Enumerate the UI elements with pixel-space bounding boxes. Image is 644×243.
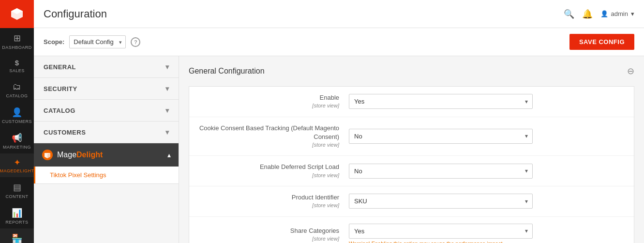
panel-section-security-header[interactable]: SECURITY ▾ [34, 78, 179, 99]
sidebar-item-reports[interactable]: 📊 Reports [0, 203, 34, 228]
form-control-product-identifier: SKU ID Name [349, 194, 624, 209]
magedelight-icon: ✦ [14, 158, 20, 167]
share-cat-select-wrapper: Yes No [349, 224, 533, 239]
sidebar-item-label: Content [6, 194, 29, 199]
right-panel: General Configuration ⊖ Enable [store vi… [179, 56, 644, 243]
sidebar-item-label: Sales [9, 68, 25, 73]
share-categories-select[interactable]: Yes No [349, 224, 533, 239]
section-collapse-icon[interactable]: ⊖ [627, 66, 634, 76]
panel-section-general: GENERAL ▾ [34, 56, 179, 78]
sidebar-item-catalog[interactable]: 🗂 Catalog [0, 77, 34, 102]
catalog-icon: 🗂 [13, 82, 21, 92]
magedelight-delight-text: Delight [76, 151, 103, 159]
search-icon[interactable]: 🔍 [564, 9, 574, 19]
main-content: Configuration 🔍 🔔 👤 admin ▾ Scope: Defau… [34, 0, 644, 243]
chevron-down-icon: ▾ [165, 85, 169, 92]
enable-select-wrapper: Yes No [349, 94, 533, 109]
scope-bar: Scope: Default Config ? Save Config [34, 28, 644, 56]
magedelight-brand-icon [42, 149, 53, 161]
config-form: Enable [store view] Yes No [189, 86, 634, 243]
sidebar-item-dashboard[interactable]: ⊞ Dashboard [0, 28, 34, 54]
enable-select[interactable]: Yes No [349, 94, 533, 109]
sidebar-item-label: Marketing [3, 145, 31, 150]
sidebar-item-marketing[interactable]: 📢 Marketing [0, 128, 34, 153]
panel-item-label: Tiktok Pixel Settings [50, 171, 106, 179]
sidebar-item-label: Magedelight [0, 168, 34, 173]
cookie-select-wrapper: No Yes [349, 129, 533, 144]
user-menu[interactable]: 👤 admin ▾ [600, 10, 634, 17]
product-identifier-select[interactable]: SKU ID Name [349, 194, 533, 209]
stores-icon: 🏪 [12, 233, 22, 243]
reports-icon: 📊 [12, 208, 22, 218]
magedelight-mage-text: Mage [57, 151, 76, 159]
section-title-row: General Configuration ⊖ [189, 66, 634, 76]
content-area: GENERAL ▾ SECURITY ▾ CATALOG ▾ CUSTOMERS [34, 56, 644, 243]
panel-section-customers-header[interactable]: CUSTOMERS ▾ [34, 122, 179, 143]
sidebar-item-label: Reports [6, 220, 29, 225]
share-categories-warning: Warning! Enabling this option may cause … [349, 241, 624, 243]
form-label-product-identifier: Product Identifier [store view] [199, 193, 349, 210]
chevron-down-icon: ▾ [165, 63, 169, 71]
magedelight-text: MageDelight [57, 151, 103, 159]
panel-section-general-label: GENERAL [44, 63, 76, 71]
deferred-script-select[interactable]: No Yes [349, 164, 533, 179]
topbar: Configuration 🔍 🔔 👤 admin ▾ [34, 0, 644, 28]
chevron-down-icon: ▾ [165, 128, 169, 136]
user-icon: 👤 [600, 10, 608, 17]
save-config-button[interactable]: Save Config [569, 34, 634, 50]
sidebar-logo [0, 0, 34, 28]
sidebar-item-magedelight[interactable]: ✦ Magedelight [0, 153, 34, 177]
sales-icon: $ [15, 59, 19, 67]
user-label: admin [611, 10, 628, 17]
form-row-product-identifier: Product Identifier [store view] SKU ID N… [189, 186, 634, 217]
marketing-icon: 📢 [12, 133, 22, 143]
sidebar-item-customers[interactable]: 👤 Customers [0, 102, 34, 128]
scope-select-wrapper: Default Config [69, 35, 126, 48]
form-label-share-categories: Share Categories [store view] [199, 227, 349, 243]
sidebar-item-label: Customers [2, 119, 32, 124]
panel-section-magedelight: MageDelight ▴ Tiktok Pixel Settings [34, 143, 179, 184]
scope-controls: Scope: Default Config ? [44, 35, 140, 48]
magedelight-header[interactable]: MageDelight ▴ [34, 143, 179, 167]
product-id-select-wrapper: SKU ID Name [349, 194, 533, 209]
form-row-cookie-consent: Cookie Consent Based Tracking (Default M… [189, 117, 634, 156]
chevron-up-icon: ▴ [167, 151, 171, 159]
dashboard-icon: ⊞ [14, 33, 21, 44]
left-panel: GENERAL ▾ SECURITY ▾ CATALOG ▾ CUSTOMERS [34, 56, 179, 243]
page-title: Configuration [44, 8, 107, 20]
content-icon: ▤ [13, 182, 21, 193]
help-icon[interactable]: ? [131, 37, 140, 47]
panel-section-security-label: SECURITY [44, 85, 77, 92]
scope-label: Scope: [44, 38, 64, 46]
panel-section-catalog-header[interactable]: CATALOG ▾ [34, 100, 179, 121]
sidebar: ⊞ Dashboard $ Sales 🗂 Catalog 👤 Customer… [0, 0, 34, 243]
user-dropdown-icon: ▾ [631, 10, 634, 17]
customers-icon: 👤 [12, 107, 22, 118]
form-label-enable: Enable [store view] [199, 93, 349, 110]
form-control-deferred-script: No Yes [349, 164, 624, 179]
form-row-enable: Enable [store view] Yes No [189, 87, 634, 117]
cookie-consent-select[interactable]: No Yes [349, 129, 533, 144]
chevron-down-icon: ▾ [165, 106, 169, 114]
panel-section-catalog: CATALOG ▾ [34, 100, 179, 122]
magedelight-logo: MageDelight [42, 149, 103, 161]
sidebar-item-stores[interactable]: 🏪 Stores [0, 228, 34, 243]
panel-section-item-tiktok[interactable]: Tiktok Pixel Settings [34, 167, 179, 183]
panel-section-customers-label: CUSTOMERS [44, 129, 86, 136]
panel-section-customers: CUSTOMERS ▾ [34, 122, 179, 143]
topbar-actions: 🔍 🔔 👤 admin ▾ [564, 9, 634, 19]
sidebar-item-content[interactable]: ▤ Content [0, 177, 34, 203]
form-control-enable: Yes No [349, 94, 624, 109]
panel-section-security: SECURITY ▾ [34, 78, 179, 100]
scope-select[interactable]: Default Config [69, 35, 126, 48]
form-row-deferred-script: Enable Deferred Script Load [store view]… [189, 156, 634, 186]
form-label-cookie-consent: Cookie Consent Based Tracking (Default M… [199, 124, 349, 149]
form-row-share-categories: Share Categories [store view] Yes No War… [189, 217, 634, 243]
form-label-deferred-script: Enable Deferred Script Load [store view] [199, 163, 349, 179]
panel-section-general-header[interactable]: GENERAL ▾ [34, 56, 179, 77]
panel-section-catalog-label: CATALOG [44, 107, 75, 114]
sidebar-item-label: Catalog [6, 93, 28, 98]
form-control-share-categories: Yes No Warning! Enabling this option may… [349, 224, 624, 243]
notifications-icon[interactable]: 🔔 [582, 9, 593, 19]
sidebar-item-sales[interactable]: $ Sales [0, 54, 34, 77]
